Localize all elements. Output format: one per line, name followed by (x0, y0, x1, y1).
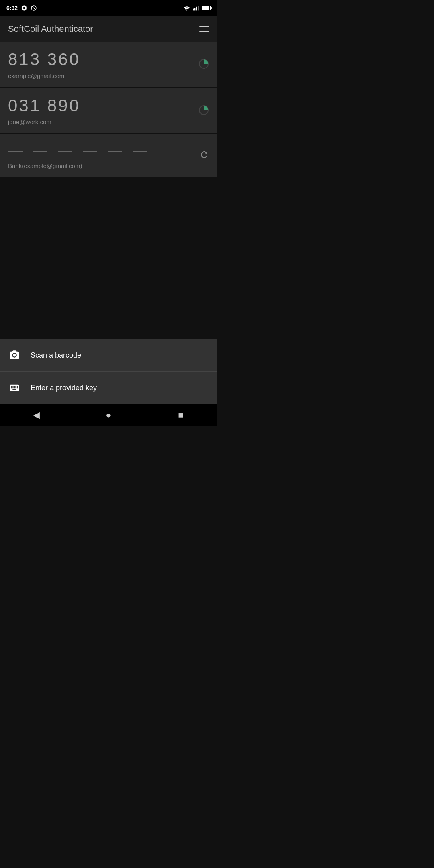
auth-account-0: example@gmail.com (8, 72, 209, 79)
camera-icon (8, 349, 21, 362)
nav-bar: ◀ ● ■ (0, 404, 217, 426)
menu-line-1 (199, 26, 209, 27)
menu-button[interactable] (199, 26, 209, 32)
bottom-sheet: Scan a barcode Enter a provided key (0, 339, 217, 404)
auth-card-0[interactable]: 813 360 example@gmail.com (0, 42, 217, 87)
keyboard-icon (8, 381, 21, 394)
enter-key-action[interactable]: Enter a provided key (0, 372, 217, 404)
status-left: 6:32 (6, 5, 37, 11)
timer-icon-0 (199, 59, 209, 71)
scan-barcode-label: Scan a barcode (31, 351, 81, 360)
app-bar: SoftCoil Authenticator (0, 16, 217, 42)
auth-card-1[interactable]: 031 890 jdoe@work.com (0, 88, 217, 133)
wifi-icon (183, 5, 190, 11)
auth-card-2[interactable]: — — — — — — Bank(example@gmail.com) (0, 134, 217, 177)
status-time: 6:32 (6, 5, 18, 11)
back-icon: ◀ (33, 410, 40, 420)
app-title: SoftCoil Authenticator (8, 24, 93, 34)
refresh-icon-2[interactable] (199, 150, 209, 162)
settings-icon (21, 5, 27, 11)
auth-code-empty-2: — — — — — — (8, 142, 209, 159)
home-icon: ● (106, 410, 111, 420)
auth-account-2: Bank(example@gmail.com) (8, 162, 209, 169)
empty-content-area (0, 178, 217, 339)
battery-icon (202, 6, 211, 10)
do-not-disturb-icon (31, 5, 37, 11)
signal-icon (193, 5, 199, 11)
svg-rect-2 (196, 7, 197, 11)
svg-rect-0 (193, 9, 194, 11)
auth-code-0: 813 360 (8, 50, 209, 69)
nav-recent-button[interactable]: ■ (169, 407, 193, 423)
status-right (183, 5, 211, 11)
auth-account-1: jdoe@work.com (8, 119, 209, 125)
status-bar: 6:32 (0, 0, 217, 16)
menu-line-3 (199, 31, 209, 32)
timer-icon-1 (199, 105, 209, 117)
scan-barcode-action[interactable]: Scan a barcode (0, 339, 217, 372)
enter-key-label: Enter a provided key (31, 384, 97, 392)
recent-icon: ■ (178, 410, 183, 420)
nav-home-button[interactable]: ● (96, 407, 121, 423)
menu-line-2 (199, 29, 209, 29)
svg-rect-1 (194, 8, 195, 10)
auth-code-1: 031 890 (8, 96, 209, 115)
svg-rect-3 (198, 6, 199, 10)
nav-back-button[interactable]: ◀ (24, 407, 48, 423)
